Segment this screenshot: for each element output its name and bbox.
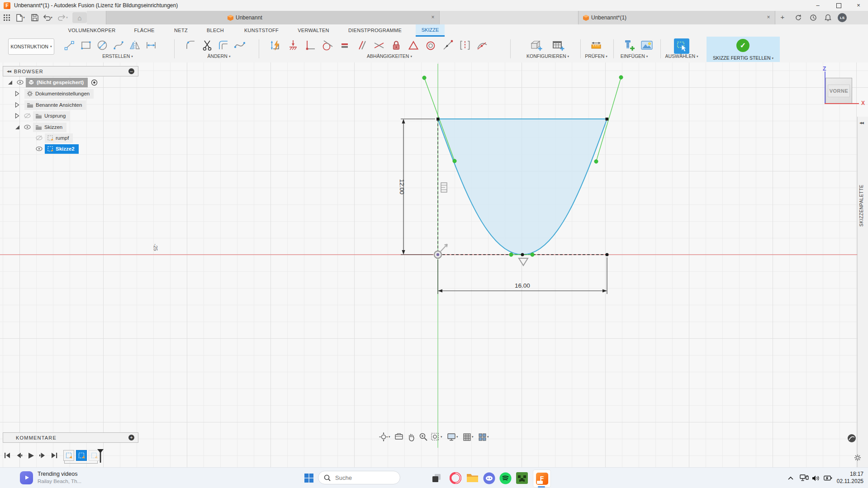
- collinear-constraint-icon[interactable]: [373, 39, 385, 52]
- comments-header[interactable]: KOMMENTARE +: [3, 432, 138, 443]
- timeline-play-icon[interactable]: [26, 451, 35, 460]
- app-grid-icon[interactable]: [2, 13, 12, 23]
- close-tab-icon[interactable]: ×: [765, 14, 772, 20]
- coincident-constraint-icon[interactable]: [441, 39, 454, 52]
- clock[interactable]: 18:17 02.11.2025: [837, 470, 863, 485]
- activate-radio-icon[interactable]: [90, 79, 98, 86]
- file-explorer-icon[interactable]: [465, 471, 479, 485]
- user-avatar[interactable]: LS: [838, 13, 847, 22]
- battery-icon[interactable]: [823, 474, 832, 483]
- browser-row-dokumenteinstellungen[interactable]: Dokumenteinstellungen: [14, 89, 94, 99]
- linear-dimension-tool-icon[interactable]: [145, 39, 157, 52]
- tab-flaeche[interactable]: FLÄCHE: [134, 24, 154, 37]
- redo-icon[interactable]: ▾: [58, 13, 68, 23]
- trim-scissors-icon[interactable]: [201, 39, 213, 52]
- collapse-browser-icon[interactable]: ◀◀: [7, 70, 11, 73]
- group-pruefen[interactable]: PRÜFEN ▾: [585, 53, 607, 59]
- insert-image-icon[interactable]: [640, 39, 654, 52]
- polygon-constraint-icon[interactable]: [407, 39, 420, 52]
- viewcube-front-face[interactable]: VORNE: [825, 78, 852, 104]
- curvature-constraint-icon[interactable]: [476, 39, 489, 52]
- browser-row-rumpf[interactable]: rumpf: [35, 133, 73, 143]
- grid-settings-icon[interactable]: [461, 431, 472, 443]
- viewports-dropdown-icon[interactable]: ▾: [487, 435, 489, 439]
- display-dropdown-icon[interactable]: ▾: [456, 435, 458, 439]
- zoom-icon[interactable]: [418, 431, 429, 443]
- symmetry-constraint-icon[interactable]: [459, 39, 471, 52]
- network-icon[interactable]: [800, 474, 809, 483]
- add-comment-icon[interactable]: +: [128, 435, 134, 441]
- sketch-palette-strip[interactable]: ◀◀ SKIZZENPALETTE: [857, 117, 868, 468]
- expander-collapsed-icon[interactable]: [14, 102, 21, 108]
- tab-verwalten[interactable]: VERWALTEN: [298, 24, 329, 37]
- orbit-icon[interactable]: [378, 431, 389, 443]
- measure-tool-icon[interactable]: [590, 39, 602, 52]
- circle-tool-icon[interactable]: [96, 39, 109, 52]
- tab-netz[interactable]: NETZ: [174, 24, 188, 37]
- search-input[interactable]: [334, 474, 390, 482]
- tab-volumenkoerper[interactable]: VOLUMENKÖRPER: [68, 24, 116, 37]
- viewcube[interactable]: Z VORNE X: [820, 69, 865, 112]
- origin-point[interactable]: [434, 244, 447, 258]
- group-einfuegen[interactable]: EINFÜGEN ▾: [621, 53, 648, 59]
- document-tab-1[interactable]: Unbenannt ×: [106, 11, 440, 24]
- configure-feature-icon[interactable]: [528, 39, 545, 52]
- eye-hidden-icon[interactable]: [24, 113, 31, 118]
- start-button[interactable]: [302, 471, 316, 485]
- fillet-tool-icon[interactable]: [185, 39, 197, 52]
- help-clock-icon[interactable]: [809, 13, 818, 22]
- spotify-icon[interactable]: [498, 471, 512, 485]
- eye-visible-icon[interactable]: [24, 125, 31, 129]
- group-konfigurieren[interactable]: KONFIGURIEREN ▾: [526, 53, 569, 59]
- mirror-tool-icon[interactable]: [128, 39, 141, 52]
- tab-blech[interactable]: BLECH: [207, 24, 224, 37]
- volume-icon[interactable]: [811, 474, 821, 483]
- browser-row-skizzen[interactable]: Skizzen: [14, 122, 66, 132]
- job-status-icon[interactable]: [794, 13, 803, 22]
- close-button[interactable]: ×: [849, 0, 868, 11]
- timeline-feature-sketch2-selected[interactable]: [76, 450, 87, 461]
- tab-dienstprogramme[interactable]: DIENSTPROGRAMME: [348, 24, 402, 37]
- perpendicular-constraint-icon[interactable]: [304, 39, 317, 52]
- expander-expanded-icon[interactable]: [6, 80, 14, 85]
- selected-sketch-item[interactable]: Skizze2: [45, 144, 79, 154]
- model-canvas[interactable]: 12.00 16.00 -25 ◀◀ BROWSER –: [0, 62, 868, 468]
- tray-chevron-icon[interactable]: [786, 474, 795, 483]
- sketch-dimension-icon[interactable]: [270, 39, 282, 52]
- home-button[interactable]: ⌂: [72, 12, 87, 23]
- eye-visible-icon[interactable]: [35, 147, 43, 151]
- rectangle-tool-icon[interactable]: [80, 39, 92, 52]
- browser-header[interactable]: ◀◀ BROWSER –: [3, 66, 138, 76]
- document-tab-2[interactable]: Unbenannt*(1) ×: [578, 11, 775, 24]
- fix-lock-icon[interactable]: [390, 39, 403, 52]
- curve-tool-icon[interactable]: [233, 39, 246, 52]
- group-auswaehlen[interactable]: AUSWÄHLEN ▾: [665, 53, 698, 59]
- group-abhaengigkeiten[interactable]: ABHÄNGIGKEITEN ▾: [367, 53, 412, 59]
- task-view-icon[interactable]: [430, 471, 443, 485]
- tab-skizze-active[interactable]: SKIZZE: [416, 24, 445, 37]
- close-tab-icon[interactable]: ×: [429, 14, 436, 20]
- minimize-button[interactable]: –: [808, 0, 828, 11]
- timeline-marker[interactable]: [97, 449, 104, 465]
- discord-icon[interactable]: [482, 471, 496, 485]
- select-tool-icon[interactable]: [674, 38, 689, 54]
- midplane-constraint-icon[interactable]: [287, 39, 299, 52]
- dim-vertical-value[interactable]: 12.00: [398, 179, 405, 194]
- look-at-icon[interactable]: [394, 431, 404, 443]
- line-tool-icon[interactable]: [63, 39, 76, 52]
- fusion-taskbar-icon[interactable]: F: [533, 469, 551, 488]
- save-icon[interactable]: [30, 13, 40, 23]
- equal-constraint-icon[interactable]: [338, 39, 351, 52]
- notification-bell-icon[interactable]: [823, 13, 832, 22]
- taskbar-search[interactable]: [318, 471, 400, 484]
- orbit-dropdown-icon[interactable]: ▾: [389, 435, 390, 439]
- concentric-constraint-icon[interactable]: [424, 39, 437, 52]
- konstruktion-dropdown[interactable]: KONSTRUKTION▾: [8, 38, 54, 55]
- insert-fastener-icon[interactable]: [621, 39, 636, 52]
- dim-horizontal-value[interactable]: 16.00: [515, 282, 530, 289]
- offset-tool-icon[interactable]: [217, 39, 230, 52]
- profile-region[interactable]: [438, 119, 607, 255]
- undo-icon[interactable]: ▾: [43, 13, 52, 23]
- weather-widget[interactable]: Trending videos Railay Beach, Th...: [20, 471, 81, 484]
- group-erstellen[interactable]: ERSTELLEN ▾: [102, 53, 133, 59]
